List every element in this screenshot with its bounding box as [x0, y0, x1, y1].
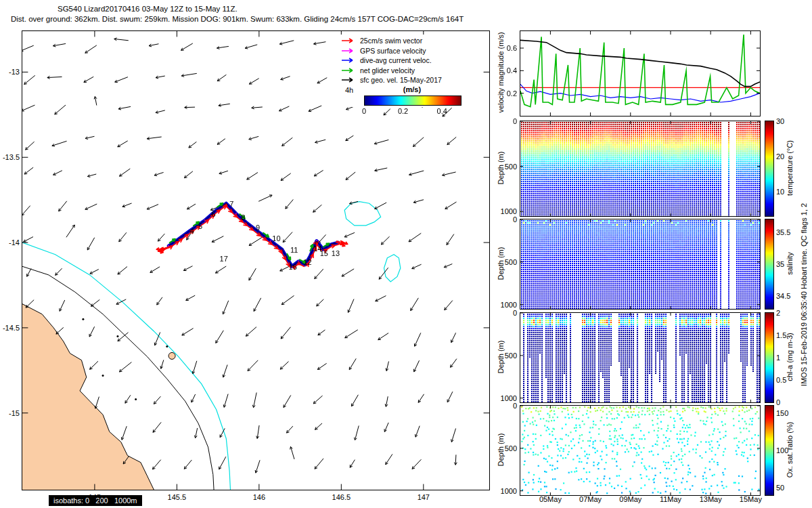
colorbar-tick-label: 1 [776, 354, 780, 362]
time-tick-label: 09May [619, 495, 641, 503]
colorbar-tick-label: 35.5 [776, 228, 790, 236]
map-colorbar-title: (m/s) [403, 85, 421, 93]
legend-duration-label: 4h [345, 86, 353, 94]
colorbar-tick-label: 150 [776, 409, 788, 417]
colorbar-tick-label: 0 [776, 398, 780, 406]
legend-arrow-icon [341, 77, 357, 83]
legend-item: GPS surface velocity [337, 46, 472, 56]
colorbar-tick-label: 0.5 [776, 376, 786, 384]
velocity-y-axis-label: velocity magnitude (m/s) [497, 32, 505, 112]
oxygen-section-plot [520, 405, 761, 496]
figure-root: SG540 Lizard20170416 03-May 12Z to 15-Ma… [0, 0, 812, 508]
depth-tick-label: 1000 [501, 487, 517, 495]
time-tick-label: 11May [660, 495, 681, 503]
legend-arrow-icon [341, 57, 357, 64]
chlorophyll-colorbar-label: chl-a (mg m-3) [786, 333, 794, 381]
legend-arrow-icon [341, 37, 357, 44]
depth-tick-label: 0 [513, 309, 517, 317]
legend-item-label: 25cm/s swim vector [360, 37, 422, 45]
legend-item-label: GPS surface velocity [360, 47, 426, 55]
colorbar-tick-label: 34.5 [776, 292, 790, 300]
depth-tick-label: 0 [513, 117, 517, 125]
map-x-tick-label: 145.5 [168, 493, 187, 501]
salinity-section-plot [520, 219, 761, 310]
legend-item: 25cm/s swim vector [337, 36, 472, 46]
colorbar-tick-label: 35 [776, 260, 784, 268]
colorbar-tick-label: 2 [776, 309, 780, 317]
depth-tick-label: 0 [513, 215, 517, 224]
map-x-tick-label: 146.5 [332, 493, 351, 501]
temperature-colorbar [765, 121, 774, 217]
temperature-colorbar-label: temperature (°C) [786, 140, 794, 196]
map-legend: 25cm/s swim vectorGPS surface velocitydi… [337, 35, 472, 107]
chlorophyll-section-plot [520, 312, 761, 403]
velocity-y-tick-label: 0.6 [507, 44, 517, 52]
legend-item: sfc geo. vel. 15-May-2017 [337, 75, 472, 85]
colorbar-tick-label: 10 [776, 188, 784, 196]
depth-tick-label: 500 [505, 352, 517, 360]
depth-tick-label: 500 [505, 163, 517, 171]
map-x-tick-label: 145 [89, 493, 101, 501]
temperature-section-plot [520, 121, 761, 217]
velocity-y-tick-label: 0.2 [507, 89, 517, 98]
depth-tick-label: 1000 [501, 207, 517, 215]
colorbar-tick-label: 50 [776, 484, 784, 492]
map-y-tick-label: -13 [9, 68, 20, 76]
map-legend-sub: 4h (m/s) [337, 85, 472, 96]
legend-item: dive-avg current veloc. [337, 56, 472, 66]
map-colorbar [364, 96, 461, 106]
processing-note: IMOS 15-Feb-2019 06:35:40 Hobart time. Q… [800, 203, 808, 386]
time-tick-label: 15May [740, 495, 762, 503]
map-colorbar-tick-label: 0 [362, 107, 366, 115]
map-x-tick-label: 146 [253, 493, 265, 501]
time-tick-label: 05May [539, 495, 562, 503]
legend-item-label: net glider velocity [360, 66, 415, 75]
time-tick-label: 13May [700, 495, 722, 503]
legend-arrow-icon [341, 47, 357, 54]
map-colorbar-tick-label: 0.2 [398, 107, 408, 115]
map-colorbar-tick-label: 0.4 [437, 107, 447, 115]
chlorophyll-y-axis-label: Depth (m) [497, 341, 505, 374]
salinity-y-axis-label: Depth (m) [497, 247, 505, 280]
map-legend-rows: 25cm/s swim vectorGPS surface velocitydi… [337, 36, 472, 85]
legend-item-label: dive-avg current veloc. [360, 56, 432, 64]
figure-subtitle: Dist. over ground: 362km. Dist. swum: 25… [11, 15, 464, 23]
depth-tick-label: 1000 [501, 301, 517, 309]
colorbar-tick-label: 1.5 [776, 331, 786, 339]
legend-arrow-icon [341, 67, 357, 74]
depth-tick-label: 0 [513, 402, 517, 410]
velocity-y-tick-label: 0.4 [507, 66, 517, 75]
velocity-timeseries-plot [520, 30, 761, 117]
map-y-tick-label: -15 [9, 409, 20, 417]
map-y-tick-label: -14.5 [3, 324, 20, 332]
map-y-tick-label: -13.5 [3, 153, 20, 161]
temperature-y-axis-label: Depth (m) [497, 152, 505, 185]
oxygen-y-axis-label: Depth (m) [497, 433, 505, 467]
colorbar-tick-label: 30 [776, 117, 784, 125]
oxygen-colorbar [765, 405, 774, 496]
figure-title: SG540 Lizard20170416 03-May 12Z to 15-Ma… [58, 5, 238, 13]
colorbar-tick-label: 100 [776, 446, 788, 454]
map-y-tick-label: -14 [9, 238, 20, 247]
time-tick-label: 07May [579, 495, 602, 503]
salinity-colorbar-label: salinity [786, 252, 794, 275]
colorbar-tick-label: 20 [776, 152, 784, 161]
depth-tick-label: 500 [505, 444, 517, 452]
map-x-tick-label: 147 [418, 493, 430, 501]
depth-tick-label: 500 [505, 258, 517, 266]
salinity-colorbar [765, 219, 774, 310]
chlorophyll-colorbar [765, 312, 774, 403]
legend-item: net glider velocity [337, 66, 472, 76]
depth-tick-label: 1000 [501, 394, 517, 402]
legend-item-label: sfc geo. vel. 15-May-2017 [360, 76, 442, 84]
